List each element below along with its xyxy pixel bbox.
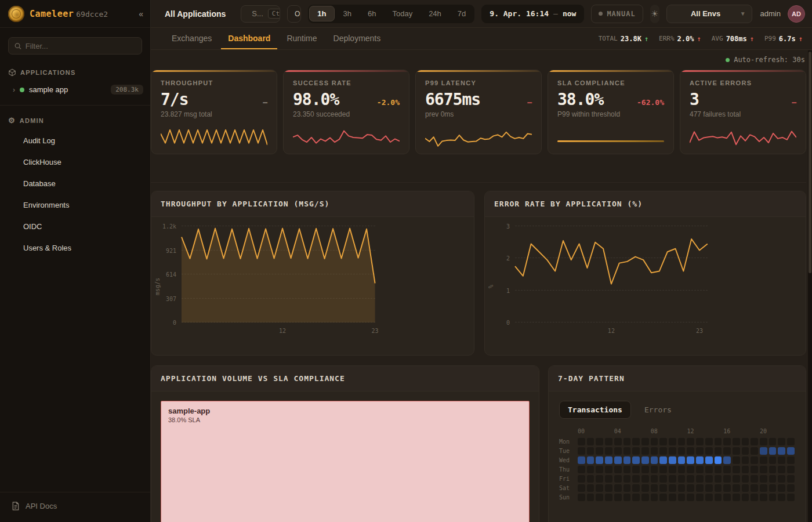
time-range-1h[interactable]: 1h (309, 6, 334, 21)
chart-title: APPLICATION VOLUME VS SLA COMPLIANCE (151, 366, 539, 392)
filter-input[interactable] (26, 42, 136, 50)
sidebar-item-database[interactable]: Database (0, 175, 150, 193)
hour-label: 16 (723, 428, 733, 434)
heatmap-cell (742, 438, 749, 445)
heatmap-cell (778, 494, 785, 501)
kpi-card-sla-compliance: SLA COMPLIANCE 38.0%-62.0% P99 within th… (548, 70, 674, 154)
heatmap-cell (624, 494, 631, 501)
bottom-row: APPLICATION VOLUME VS SLA COMPLIANCE sam… (151, 365, 806, 522)
heatmap-cell (596, 456, 603, 464)
hour-label (678, 428, 687, 434)
sidebar-item-sample-app[interactable]: › sample app 208.3k (0, 80, 150, 99)
avatar[interactable]: AD (788, 5, 805, 23)
tab-dashboard[interactable]: Dashboard (221, 28, 277, 49)
sidebar-item-api-docs[interactable]: API Docs (0, 492, 150, 522)
sidebar-item-audit-log[interactable]: Audit Log (0, 132, 150, 150)
environment-select[interactable]: All Envs ▼ (666, 5, 752, 23)
heatmap-cell (624, 456, 631, 464)
time-range-7d[interactable]: 7d (450, 6, 473, 21)
y-tick-label: 1.2k (162, 223, 176, 230)
section-divider (151, 182, 806, 183)
heatmap-cell (614, 484, 622, 492)
sidebar-item-environments[interactable]: Environments (0, 196, 150, 214)
heatmap-cell (723, 475, 731, 483)
theme-toggle-button[interactable]: ☀ (650, 5, 659, 23)
hour-label (778, 428, 787, 434)
heatmap-cell (578, 466, 585, 473)
heatmap-cell (787, 475, 795, 483)
sidebar-collapse-button[interactable]: « (139, 9, 143, 19)
kpi-subtitle: 23.350 succeeded (293, 110, 400, 118)
time-range-today[interactable]: Today (385, 6, 420, 21)
heatmap-cell (715, 438, 722, 445)
kpi-row: THROUGHPUT 7/s– 23.827 msg total SUCCESS… (151, 70, 806, 154)
heatmap-cell (742, 456, 749, 464)
heatmap-cell (733, 438, 740, 445)
hour-label (742, 428, 751, 434)
sidebar-item-oidc[interactable]: OIDC (0, 217, 150, 235)
auto-refresh-dot (726, 58, 730, 62)
username-label: admin (760, 9, 781, 18)
sidebar: Cameleer69dcce2 « APPLICATIONS › sample … (0, 0, 151, 522)
error-rate-chart-card: ERROR RATE BY APPLICATION (%) %01231223 (484, 191, 806, 356)
heatmap-cell (715, 494, 722, 501)
heatmap-cell (641, 484, 649, 492)
manual-refresh-button[interactable]: MANUAL (591, 5, 643, 23)
heatmap-cell (624, 466, 631, 473)
treemap-cell-sample-app[interactable]: sample-app 38.0% SLA (161, 401, 530, 522)
tab-deployments[interactable]: Deployments (327, 28, 388, 49)
heatmap-cell (651, 484, 658, 492)
time-range-24h[interactable]: 24h (421, 6, 449, 21)
time-range-3h[interactable]: 3h (336, 6, 359, 21)
heatmap-cell (669, 466, 676, 473)
y-axis-label: msg/s (154, 277, 161, 295)
hour-label: 08 (651, 428, 660, 434)
connection-status-button[interactable]: O (287, 5, 301, 23)
heatmap-cell (659, 484, 667, 492)
date-range-picker[interactable]: 9. Apr. 16:14 – now (481, 5, 584, 23)
heatmap-cell (696, 494, 704, 501)
heatmap-cell (733, 494, 740, 501)
heatmap-cell (733, 484, 740, 492)
heatmap-cell (651, 438, 658, 445)
global-search-button[interactable]: S... Ctrl+K (241, 5, 280, 23)
stat-p99: P996.7s↑ (764, 35, 803, 43)
heatmap-cell (624, 484, 631, 492)
sla-treemap-card: APPLICATION VOLUME VS SLA COMPLIANCE sam… (151, 365, 539, 522)
heatmap-cell (760, 494, 767, 501)
heatmap-cell (769, 484, 777, 492)
heatmap-cell (723, 466, 731, 473)
topbar: All Applications S... Ctrl+K O 1h 3h 6h … (151, 0, 812, 28)
heatmap-cell (587, 494, 594, 501)
heatmap-cell (715, 447, 722, 455)
heatmap-cell (760, 447, 767, 455)
scrollbar-thumb[interactable] (809, 52, 811, 273)
trend-up-icon: ↑ (750, 35, 754, 43)
heatmap-cell (659, 438, 667, 445)
sidebar-header: Cameleer69dcce2 « (0, 0, 150, 28)
heatmap-cell (687, 484, 694, 492)
manual-status-dot (599, 12, 603, 16)
heatmap-cell (760, 438, 767, 445)
sidebar-item-clickhouse[interactable]: ClickHouse (0, 153, 150, 171)
heatmap-cell (596, 494, 603, 501)
heatmap-cell (742, 475, 749, 483)
sidebar-filter[interactable] (8, 37, 142, 55)
heatmap-cell (751, 447, 758, 455)
mode-transactions-button[interactable]: Transactions (559, 401, 631, 419)
tab-exchanges[interactable]: Exchanges (165, 28, 219, 49)
heatmap-cell (751, 466, 758, 473)
heatmap-cell (632, 456, 640, 464)
heatmap-cell (787, 456, 795, 464)
tab-runtime[interactable]: Runtime (280, 28, 324, 49)
sidebar-item-users-roles[interactable]: Users & Roles (0, 239, 150, 257)
heatmap-cell (632, 484, 640, 492)
heatmap-cell (687, 466, 694, 473)
day-label: Wed (559, 457, 574, 463)
hour-label (751, 428, 760, 434)
heatmap-cell (705, 475, 713, 483)
mode-errors-button[interactable]: Errors (636, 401, 680, 419)
sparkline-chart (161, 126, 267, 148)
kpi-delta: – (792, 98, 796, 107)
time-range-6h[interactable]: 6h (360, 6, 383, 21)
